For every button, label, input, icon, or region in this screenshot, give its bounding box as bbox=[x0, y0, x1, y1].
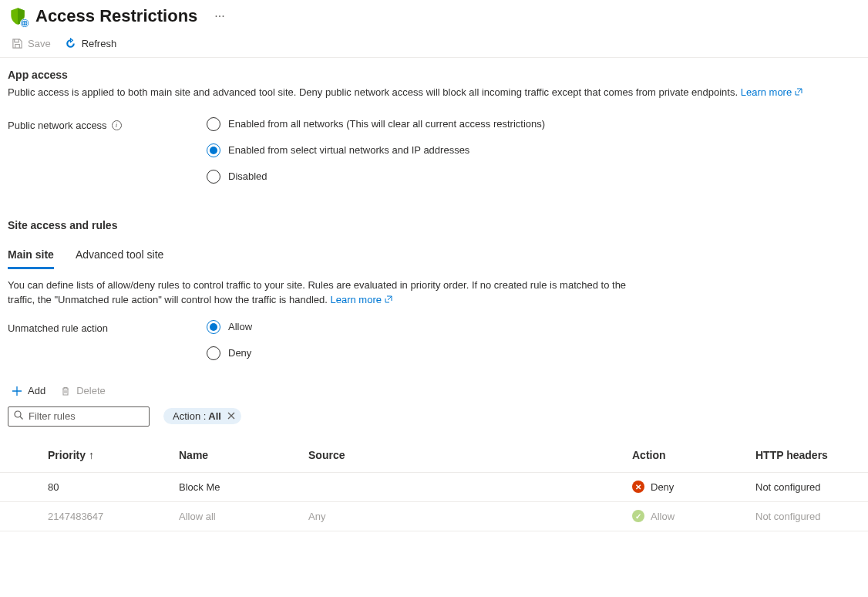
rules-table: Priority ↑ Name Source Action HTTP heade… bbox=[0, 439, 868, 531]
unmatched-rule-field: Unmatched rule action AllowDeny bbox=[0, 320, 868, 373]
save-icon bbox=[11, 37, 23, 49]
unmatched-rule-radio-group: AllowDeny bbox=[207, 320, 252, 373]
site-access-desc-text: You can define lists of allow/deny rules… bbox=[8, 279, 626, 305]
app-access-desc: Public access is applied to both main si… bbox=[8, 86, 860, 100]
action-filter-pill[interactable]: Action : All bbox=[163, 408, 241, 424]
save-button: Save bbox=[11, 37, 51, 49]
learn-more-text: Learn more bbox=[741, 86, 792, 98]
col-header-priority-text: Priority bbox=[48, 449, 86, 461]
table-header-row: Priority ↑ Name Source Action HTTP heade… bbox=[0, 439, 868, 473]
add-rule-button[interactable]: Add bbox=[11, 385, 45, 397]
col-header-http[interactable]: HTTP headers bbox=[755, 449, 860, 461]
allow-icon: ✓ bbox=[632, 510, 644, 522]
unmatched-rule-label: Unmatched rule action bbox=[8, 320, 207, 334]
col-header-source[interactable]: Source bbox=[308, 449, 632, 461]
site-access-learn-more-link[interactable]: Learn more bbox=[330, 294, 392, 305]
page-header: Access Restrictions ··· bbox=[0, 0, 868, 31]
delete-label: Delete bbox=[76, 385, 106, 396]
page-title: Access Restrictions bbox=[35, 6, 197, 26]
delete-rule-button: Delete bbox=[59, 385, 106, 397]
refresh-button[interactable]: Refresh bbox=[65, 37, 117, 49]
pill-clear-icon[interactable] bbox=[227, 410, 235, 422]
unmatched-label-text: Unmatched rule action bbox=[8, 322, 108, 334]
trash-icon bbox=[59, 385, 72, 397]
pill-label: Action : bbox=[173, 410, 206, 422]
radio-label: Allow bbox=[228, 321, 252, 332]
radio-option-unmatched-deny[interactable]: Deny bbox=[207, 346, 252, 360]
radio-icon bbox=[207, 170, 220, 184]
app-access-section: App access Public access is applied to b… bbox=[0, 58, 868, 117]
table-row[interactable]: 2147483647Allow allAny✓AllowNot configur… bbox=[0, 502, 868, 531]
table-body: 80Block Me✕DenyNot configured2147483647A… bbox=[0, 473, 868, 531]
deny-icon: ✕ bbox=[632, 481, 644, 493]
site-access-desc: You can define lists of allow/deny rules… bbox=[0, 269, 640, 312]
radio-option-pna-0[interactable]: Enabled from all networks (This will cle… bbox=[207, 117, 545, 131]
radio-icon bbox=[207, 346, 220, 360]
toolbar: Save Refresh bbox=[0, 31, 868, 58]
public-network-access-field: Public network access i Enabled from all… bbox=[0, 117, 868, 196]
cell-priority: 2147483647 bbox=[48, 511, 179, 522]
shield-icon bbox=[8, 6, 28, 26]
external-link-icon bbox=[385, 293, 392, 308]
radio-icon bbox=[207, 143, 220, 157]
external-link-icon bbox=[795, 86, 802, 100]
col-header-priority[interactable]: Priority ↑ bbox=[48, 449, 179, 461]
cell-name: Block Me bbox=[179, 481, 308, 493]
radio-option-pna-1[interactable]: Enabled from select virtual networks and… bbox=[207, 143, 545, 157]
app-access-desc-text: Public access is applied to both main si… bbox=[8, 86, 738, 98]
info-icon[interactable]: i bbox=[112, 120, 122, 130]
table-row[interactable]: 80Block Me✕DenyNot configured bbox=[0, 473, 868, 502]
site-access-section: Site access and rules bbox=[0, 196, 868, 241]
pill-value: All bbox=[208, 410, 221, 422]
refresh-label: Refresh bbox=[82, 38, 117, 49]
filter-input[interactable] bbox=[24, 410, 144, 422]
public-network-access-label: Public network access i bbox=[8, 117, 207, 131]
radio-label: Enabled from select virtual networks and… bbox=[228, 144, 469, 156]
radio-label: Disabled bbox=[228, 170, 267, 182]
public-network-access-radio-group: Enabled from all networks (This will cle… bbox=[207, 117, 545, 196]
app-access-learn-more-link[interactable]: Learn more bbox=[741, 86, 802, 98]
radio-icon bbox=[207, 117, 220, 131]
radio-label: Deny bbox=[228, 347, 251, 359]
filter-search-box[interactable] bbox=[8, 406, 150, 427]
cell-action-text: Allow bbox=[651, 511, 675, 522]
site-access-title: Site access and rules bbox=[8, 219, 860, 231]
field-label-text: Public network access bbox=[8, 120, 107, 131]
cell-priority: 80 bbox=[48, 481, 179, 493]
app-access-title: App access bbox=[8, 69, 860, 81]
cell-name: Allow all bbox=[179, 511, 308, 522]
svg-point-1 bbox=[15, 411, 21, 417]
radio-label: Enabled from all networks (This will cle… bbox=[228, 118, 545, 130]
tab-main-site[interactable]: Main site bbox=[8, 244, 54, 269]
plus-icon bbox=[11, 385, 23, 397]
radio-icon bbox=[207, 320, 220, 334]
cell-http: Not configured bbox=[755, 481, 860, 493]
cell-action: ✕Deny bbox=[632, 481, 755, 493]
search-icon bbox=[13, 410, 24, 423]
save-label: Save bbox=[28, 38, 51, 49]
add-label: Add bbox=[28, 385, 45, 396]
more-button[interactable]: ··· bbox=[210, 9, 229, 23]
cell-source: Any bbox=[308, 511, 632, 522]
learn-more-text: Learn more bbox=[330, 294, 381, 305]
cell-action: ✓Allow bbox=[632, 510, 755, 522]
sort-arrow-up-icon: ↑ bbox=[89, 449, 94, 461]
cell-action-text: Deny bbox=[651, 481, 674, 493]
col-header-action[interactable]: Action bbox=[632, 449, 755, 461]
tab-advanced-tool-site[interactable]: Advanced tool site bbox=[76, 244, 163, 268]
radio-option-unmatched-allow[interactable]: Allow bbox=[207, 320, 252, 334]
refresh-icon bbox=[65, 37, 77, 49]
col-header-name[interactable]: Name bbox=[179, 449, 308, 461]
radio-option-pna-2[interactable]: Disabled bbox=[207, 170, 545, 184]
rules-command-bar: Add Delete bbox=[0, 373, 868, 405]
site-access-tabs: Main siteAdvanced tool site bbox=[0, 244, 868, 269]
filter-row: Action : All bbox=[0, 405, 868, 434]
globe-icon bbox=[20, 19, 29, 28]
cell-http: Not configured bbox=[755, 511, 860, 522]
